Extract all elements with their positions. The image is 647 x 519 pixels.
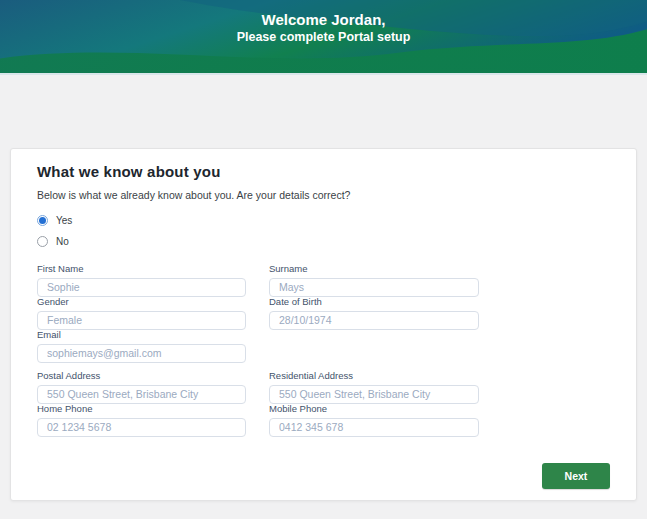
first-name-field: First Name <box>37 263 246 296</box>
home-phone-field: Home Phone <box>37 403 246 436</box>
mobile-phone-input[interactable] <box>269 418 479 437</box>
email-input[interactable] <box>37 344 246 363</box>
gender-input[interactable] <box>37 311 246 330</box>
date-of-birth-label: Date of Birth <box>269 296 479 307</box>
card-heading: What we know about you <box>37 163 610 180</box>
setup-stepper: ✓ 1. Portal rules of use 2. Verify your … <box>0 85 647 133</box>
radio-option-yes[interactable]: Yes <box>37 210 610 231</box>
details-card: What we know about you Below is what we … <box>10 148 637 501</box>
date-of-birth-input[interactable] <box>269 311 479 330</box>
surname-input[interactable] <box>269 278 479 297</box>
surname-label: Surname <box>269 263 479 274</box>
postal-address-label: Postal Address <box>37 370 246 381</box>
welcome-banner: Welcome Jordan, Please complete Portal s… <box>0 0 647 75</box>
gender-label: Gender <box>37 296 246 307</box>
banner-text: Welcome Jordan, Please complete Portal s… <box>0 10 647 46</box>
gender-field: Gender <box>37 296 246 329</box>
radio-yes-label: Yes <box>56 215 72 226</box>
first-name-input[interactable] <box>37 278 246 297</box>
next-button[interactable]: Next <box>542 463 610 489</box>
email-label: Email <box>37 329 246 340</box>
banner-title: Welcome Jordan, <box>0 10 647 29</box>
residential-address-label: Residential Address <box>269 370 479 381</box>
postal-address-input[interactable] <box>37 385 246 404</box>
surname-field: Surname <box>269 263 479 296</box>
postal-address-field: Postal Address <box>37 370 246 403</box>
radio-no-label: No <box>56 236 69 247</box>
empty-cell <box>269 329 479 362</box>
mobile-phone-field: Mobile Phone <box>269 403 479 436</box>
mobile-phone-label: Mobile Phone <box>269 403 479 414</box>
portal-setup-page: Welcome Jordan, Please complete Portal s… <box>0 0 647 519</box>
radio-yes-button[interactable] <box>37 215 48 226</box>
first-name-label: First Name <box>37 263 246 274</box>
email-field: Email <box>37 329 246 362</box>
radio-option-no[interactable]: No <box>37 231 610 252</box>
residential-address-input[interactable] <box>269 385 479 404</box>
banner-subtitle: Please complete Portal setup <box>0 29 647 46</box>
home-phone-input[interactable] <box>37 418 246 437</box>
residential-address-field: Residential Address <box>269 370 479 403</box>
radio-no-button[interactable] <box>37 236 48 247</box>
personal-fields-grid: First Name Surname Gender Date of Birth … <box>37 263 610 362</box>
contact-fields-grid: Postal Address Residential Address Home … <box>37 370 610 436</box>
card-question: Below is what we already know about you.… <box>37 189 610 201</box>
home-phone-label: Home Phone <box>37 403 246 414</box>
date-of-birth-field: Date of Birth <box>269 296 479 329</box>
